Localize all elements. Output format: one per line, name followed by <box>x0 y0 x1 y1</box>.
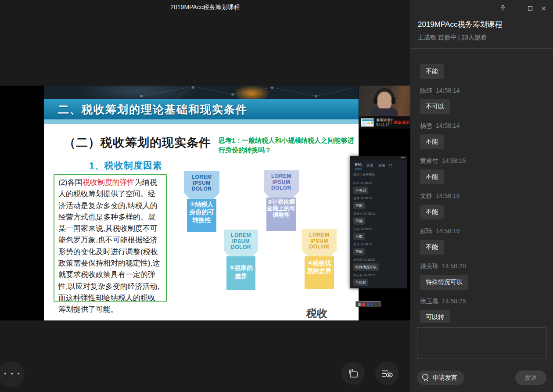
mini-tab-speak[interactable]: 发言 <box>366 163 373 169</box>
toolbar-icon-gray <box>358 303 361 306</box>
chat-message: 不能 <box>420 235 547 255</box>
mini-tab-comments[interactable]: 评论 <box>355 162 362 169</box>
raise-hand-icon <box>421 374 430 382</box>
mini-msg-bubble: 不能 <box>353 248 365 255</box>
chat-sidebar: — ✕ 2019MPAcc税务筹划课程 王成敬 直播中 | 23人观看 不能 陈… <box>410 0 553 392</box>
sidebar-bottom-bar: 申请发言 发送 <box>410 369 553 392</box>
window-controls: — ✕ <box>498 4 549 13</box>
presenter-webcam[interactable]: 屏幕演示中 01:11:14 退出演示 <box>359 86 410 129</box>
chat-message: 特殊情况可以 <box>420 270 547 290</box>
chat-message-list[interactable]: 不能 陈钰14:58:14 不可以 杨雪14:58:14 不能 黄睿竹14:58… <box>420 53 547 323</box>
minimize-button[interactable]: — <box>512 4 521 13</box>
lorem-box-4-header: LOREM IPSUM DOLOR <box>302 229 337 256</box>
chat-message: 不能 <box>420 200 547 219</box>
chat-message: 不能 <box>420 165 547 184</box>
slide: 二、税收筹划的理论基础和现实条件 （二）税收筹划的现实条件 1、税收制度因素 思… <box>44 86 359 320</box>
slide-question: 思考1：一般纳税人和小规模纳税人之间能够进行身份的转换吗？ <box>219 136 359 155</box>
mini-msg-meta: 黄睿竹 14:58:15 <box>353 212 405 216</box>
mini-msg-bubble: 不能 <box>353 217 365 225</box>
exit-icon <box>388 120 392 124</box>
rotate-screen-icon <box>348 368 359 379</box>
mini-chat-list: 陈钰 14:58:14 不可以 杨雪 14:58:14 不能 黄睿竹 14:58… <box>353 179 405 286</box>
pin-button[interactable] <box>498 4 508 13</box>
network-graphic <box>44 86 359 99</box>
mini-msg-meta: 陈钰 14:58:14 <box>353 181 405 185</box>
send-button[interactable]: 发送 <box>515 370 546 385</box>
message-time: 14:58:16 <box>436 227 460 234</box>
mini-msg-bubble: 不能 <box>353 233 365 240</box>
toolbar-icon-small <box>371 303 373 306</box>
mini-chat-notice: 观众可发表评论 · <box>353 173 377 177</box>
chat-message: 可以转 <box>420 306 547 323</box>
presenter-face <box>377 92 392 110</box>
sender-name: 姚美玲 <box>420 263 438 270</box>
apply-speak-button[interactable]: 申请发言 <box>417 370 464 385</box>
slide-banner-title: 二、税收筹划的理论基础和现实条件 <box>58 102 248 117</box>
message-bubble: 不能 <box>420 169 444 184</box>
message-meta: 文静14:58:16 <box>420 192 547 200</box>
main-titlebar: 2019MPAcc税务筹划课程 <box>0 0 410 15</box>
message-time: 14:58:14 <box>436 122 460 129</box>
exit-share-label: 退出演示 <box>394 120 409 125</box>
ellipsis-icon <box>4 373 19 374</box>
mini-msg-bubble: 可以转 <box>353 279 368 286</box>
chat-message: 不能 <box>420 60 547 79</box>
slide-paragraph-box: (2)各国税收制度的弹性为纳税人的税收筹划提供了空间。经济活动是复杂多变的,纳税… <box>54 174 167 302</box>
headphone-cup-left <box>373 97 377 104</box>
rotate-screen-button[interactable] <box>341 362 365 385</box>
maximize-button[interactable] <box>525 4 535 13</box>
chat-message: 不能 <box>420 130 547 149</box>
message-meta: 陈钰14:58:14 <box>420 87 547 95</box>
exit-share-button[interactable]: 退出演示 <box>388 120 409 126</box>
slide-banner-photo <box>44 86 359 99</box>
message-bubble: 不能 <box>420 134 444 149</box>
mini-msg-meta: 文静 14:58:16 <box>353 227 405 231</box>
sender-name: 徐玉霜 <box>420 298 438 305</box>
message-time: 14:58:25 <box>442 298 466 305</box>
slide-watermark: 税收 <box>306 306 328 320</box>
lorem-box-3-label: ③税率的差异 <box>226 256 255 290</box>
sender-name: 杨雪 <box>420 122 432 129</box>
message-bubble: 不能 <box>420 64 444 79</box>
toolbar-icon-red <box>362 303 365 306</box>
sender-name: 文静 <box>420 192 432 199</box>
live-status: 王成敬 直播中 | 23人观看 <box>418 34 487 42</box>
mini-msg-bubble: 特殊情况可以 <box>353 263 379 271</box>
lorem-box-2-header: LOREM IPSUM DOLOR <box>264 170 299 198</box>
message-bubble: 特殊情况可以 <box>420 275 468 290</box>
presenter-status-bar: 屏幕演示中 01:11:14 退出演示 <box>359 116 410 129</box>
message-meta: 姚美玲14:58:20 <box>420 263 547 270</box>
main-title: 2019MPAcc税务筹划课程 <box>170 4 240 11</box>
mini-chat-tabs: 评论 发言 观看 · 23 <box>350 161 407 171</box>
screen-thumbnail <box>361 118 374 127</box>
close-button[interactable]: ✕ <box>539 4 549 13</box>
mini-chat-titlebar <box>350 156 407 160</box>
paragraph-highlight: 税收制度的弹性 <box>83 178 135 187</box>
mini-msg-bubble: 不能 <box>353 202 365 209</box>
main-video-area: 2019MPAcc税务筹划课程 <box>0 0 410 392</box>
lorem-box-3-header: LOREM IPSUM DOLOR <box>224 230 258 256</box>
lorem-box-1-label: ①纳税人身份的可转换性 <box>187 199 216 232</box>
message-meta: 杨雪14:58:14 <box>420 122 547 130</box>
lorem-box-2-label: ②计税依据金额上的可调整性 <box>266 198 296 231</box>
presenter-video <box>359 86 410 116</box>
slide-banner: 二、税收筹划的理论基础和现实条件 <box>44 99 359 119</box>
message-input[interactable] <box>417 327 546 359</box>
more-options-button[interactable] <box>0 361 25 388</box>
mini-msg-meta: 姚美玲 14:58:20 <box>353 258 405 262</box>
floating-toolbar[interactable] <box>356 301 381 307</box>
message-time: 14:58:20 <box>442 263 466 270</box>
shared-screen-video[interactable]: 二、税收筹划的理论基础和现实条件 （二）税收筹划的现实条件 1、税收制度因素 思… <box>0 86 410 320</box>
slide-subsection-title: 1、税收制度因素 <box>89 159 162 172</box>
toggle-chat-view-button[interactable] <box>375 362 399 385</box>
paragraph-prefix: (2)各国 <box>58 178 83 187</box>
message-meta: 彭琦14:58:16 <box>420 227 547 235</box>
apply-speak-label: 申请发言 <box>433 374 457 382</box>
message-bubble: 可以转 <box>420 310 450 323</box>
lorem-box-1-header: LOREM IPSUM DOLOR <box>184 171 219 199</box>
message-meta: 徐玉霜14:58:25 <box>420 298 547 306</box>
sender-name: 黄睿竹 <box>420 157 438 164</box>
mini-msg-meta: 杨雪 14:58:14 <box>353 196 405 201</box>
message-bubble: 不能 <box>420 205 444 219</box>
mini-tab-viewers[interactable]: 观看 · 23 <box>378 163 392 169</box>
